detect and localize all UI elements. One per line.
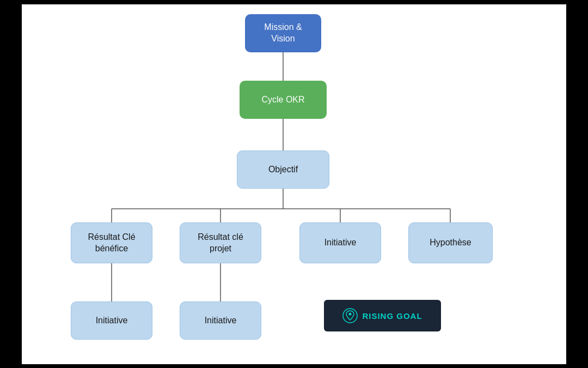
svg-point-11	[349, 313, 352, 316]
hypothese-node: Hypothèse	[408, 222, 493, 263]
objectif-node: Objectif	[237, 150, 329, 189]
hypothese-label: Hypothèse	[430, 237, 471, 249]
rising-goal-logo: RISING GOAL	[324, 300, 441, 331]
resultat-cle-projet-label: Résultat cléprojet	[198, 232, 243, 255]
rising-goal-icon	[342, 308, 358, 323]
initiative-left-node: Initiative	[71, 301, 152, 340]
initiative-top-label: Initiative	[324, 237, 357, 249]
initiative-mid-label: Initiative	[205, 315, 237, 327]
initiative-left-label: Initiative	[96, 315, 128, 327]
cycle-okr-node: Cycle OKR	[240, 81, 327, 119]
objectif-label: Objectif	[268, 164, 298, 176]
resultat-cle-projet-node: Résultat cléprojet	[180, 222, 261, 263]
initiative-mid-node: Initiative	[180, 301, 261, 340]
resultat-cle-benefice-node: Résultat Clébénéfice	[71, 222, 152, 263]
mission-vision-label: Mission &Vision	[264, 22, 302, 45]
initiative-top-node: Initiative	[299, 222, 381, 263]
diagram-canvas: Mission &Vision Cycle OKR Objectif Résul…	[22, 4, 566, 364]
mission-vision-node: Mission &Vision	[245, 14, 321, 52]
resultat-cle-benefice-label: Résultat Clébénéfice	[88, 232, 135, 255]
rising-goal-text: RISING GOAL	[362, 311, 422, 321]
cycle-okr-label: Cycle OKR	[261, 94, 304, 106]
